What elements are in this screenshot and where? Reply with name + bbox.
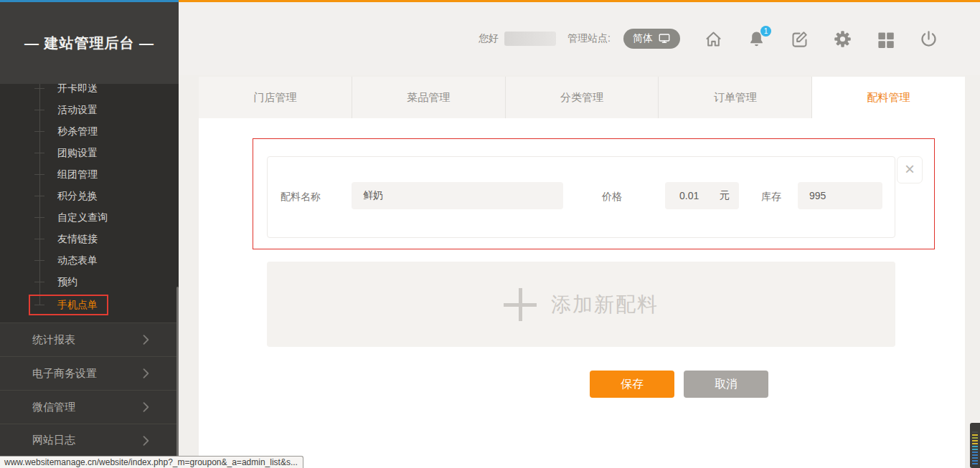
user-name-redacted (504, 32, 556, 46)
chevron-right-icon (138, 333, 153, 347)
sidebar-submenu: 开卡即送 活动设置 秒杀管理 团购设置 组团管理 积分兑换 自定义查询 友情链接… (0, 77, 179, 317)
app-title: — 建站管理后台 — (0, 2, 179, 84)
language-pill-label: 简体 (633, 32, 653, 45)
management-tabs: 门店管理 菜品管理 分类管理 订单管理 配料管理 (199, 77, 965, 118)
grid-icon (876, 29, 895, 49)
site-label: 管理站点: (567, 32, 611, 45)
tab-store-management[interactable]: 门店管理 (199, 77, 352, 118)
monitor-icon (658, 32, 671, 45)
section-label: 统计报表 (32, 333, 75, 347)
status-url-tooltip: www.websitemanage.cn/website/index.php?_… (0, 456, 303, 468)
logout-button[interactable] (919, 29, 938, 49)
section-label: 微信管理 (32, 401, 75, 414)
chevron-right-icon (138, 366, 153, 381)
sidebar-item[interactable]: 秒杀管理 (0, 120, 179, 142)
tab-category-management[interactable]: 分类管理 (506, 77, 659, 118)
save-button[interactable]: 保存 (590, 371, 674, 398)
tab-order-management[interactable]: 订单管理 (659, 77, 812, 118)
home-icon (704, 29, 723, 49)
tab-ingredient-management[interactable]: 配料管理 (812, 77, 965, 118)
add-ingredient-button[interactable]: 添加新配料 (267, 262, 895, 347)
power-icon (919, 29, 938, 49)
sidebar-item-mobile-order[interactable]: 手机点单 (0, 292, 179, 317)
sidebar-item[interactable]: 友情链接 (0, 228, 179, 249)
sidebar-item[interactable]: 动态表单 (0, 249, 179, 271)
home-button[interactable] (704, 29, 723, 49)
sidebar-item[interactable]: 组团管理 (0, 163, 179, 185)
scroll-minimap-stripes (972, 431, 980, 464)
sidebar-section-wechat[interactable]: 微信管理 (0, 390, 179, 424)
section-label: 网站日志 (32, 434, 75, 447)
add-ingredient-label: 添加新配料 (551, 291, 659, 318)
notification-badge: 1 (760, 26, 771, 37)
edit-icon (790, 29, 809, 49)
gear-icon (833, 29, 852, 49)
stock-input[interactable] (798, 182, 882, 209)
sidebar-item[interactable]: 预约 (0, 271, 179, 292)
chevron-right-icon (138, 400, 153, 414)
price-input[interactable] (665, 190, 720, 201)
stock-label: 库存 (761, 191, 781, 204)
chevron-right-icon (138, 434, 153, 448)
price-unit: 元 (720, 189, 739, 202)
edit-button[interactable] (790, 29, 809, 49)
ingredient-name-label: 配料名称 (281, 191, 321, 204)
apps-button[interactable] (876, 29, 895, 49)
notifications-button[interactable]: 1 (747, 29, 766, 49)
price-field: 元 (665, 182, 739, 209)
cancel-button[interactable]: 取消 (684, 371, 768, 398)
plus-icon (504, 288, 537, 321)
section-label: 电子商务设置 (32, 367, 97, 381)
price-label: 价格 (602, 191, 622, 204)
tab-dish-management[interactable]: 菜品管理 (352, 77, 506, 118)
settings-button[interactable] (833, 29, 852, 49)
sidebar-item[interactable]: 活动设置 (0, 99, 179, 120)
language-site-pill[interactable]: 简体 (623, 29, 680, 49)
greeting-text: 您好 (479, 32, 499, 45)
sidebar-scrollbar-thumb[interactable] (176, 287, 179, 468)
scroll-minimap[interactable] (970, 423, 980, 468)
sidebar-sections: 统计报表 电子商务设置 微信管理 网站日志 (0, 323, 179, 457)
sidebar-item[interactable]: 团购设置 (0, 142, 179, 163)
sidebar-item[interactable]: 积分兑换 (0, 185, 179, 206)
sidebar-section-ecommerce[interactable]: 电子商务设置 (0, 356, 179, 390)
sidebar-section-reports[interactable]: 统计报表 (0, 323, 179, 356)
sidebar-section-logs[interactable]: 网站日志 (0, 424, 179, 457)
ingredient-card: 配料名称 价格 元 库存 (267, 156, 895, 238)
sidebar-item[interactable]: 自定义查询 (0, 206, 179, 228)
ingredient-name-input[interactable] (352, 182, 563, 209)
close-card-button[interactable]: × (897, 156, 923, 183)
main-content: 配料名称 价格 元 库存 × 添加新配料 保存 取消 (199, 118, 965, 468)
sidebar: — 建站管理后台 — 开卡即送 活动设置 秒杀管理 团购设置 组团管理 积分兑换… (0, 2, 179, 468)
top-header: 您好 管理站点: 简体 1 (179, 2, 980, 75)
